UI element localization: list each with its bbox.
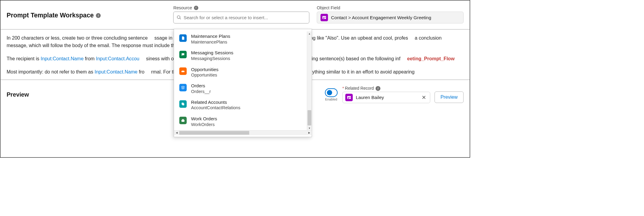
svg-rect-2 — [325, 17, 326, 17]
dropdown-item[interactable]: Messaging SessionsMessagingSessions — [174, 48, 312, 64]
toggle-label: Enabled — [325, 98, 337, 101]
enabled-toggle[interactable] — [325, 88, 337, 97]
crown-icon — [179, 67, 187, 75]
object-field-label: Object Field — [317, 5, 463, 10]
svg-rect-8 — [182, 38, 184, 38]
scroll-left-icon[interactable]: ◀ — [174, 131, 179, 134]
dropdown-item-label: Messaging Sessions — [191, 50, 233, 56]
page-title: Prompt Template Workspace — [7, 12, 94, 19]
case-icon — [179, 117, 187, 124]
resource-search[interactable] — [173, 12, 310, 23]
dropdown-item-api: Opportunities — [191, 72, 218, 78]
preview-heading: Preview — [7, 91, 29, 98]
scroll-thumb[interactable] — [179, 131, 249, 134]
chat-icon — [179, 51, 187, 58]
merge-field-flow[interactable]: eeting_Prompt_Flow — [407, 56, 455, 61]
merge-field[interactable]: Input:Contact.Accou — [96, 56, 139, 61]
doc-icon — [179, 34, 187, 42]
dropdown-item-api: MaintenancePlans — [191, 39, 230, 45]
dropdown-item-label: Maintenance Plans — [191, 34, 230, 39]
svg-point-5 — [348, 97, 349, 98]
dropdown-item-label: Work Orders — [191, 116, 217, 122]
related-record-label: *Related Record i — [342, 86, 430, 91]
svg-rect-12 — [182, 120, 185, 122]
dropdown-item-label: Orders — [191, 83, 211, 88]
svg-rect-9 — [182, 38, 184, 39]
resource-label: Resource i — [173, 5, 310, 10]
dropdown-item-api: WorkOrders — [191, 122, 217, 127]
preview-button[interactable]: Preview — [435, 92, 464, 103]
dropdown-item[interactable]: Work OrdersWorkOrders — [174, 114, 312, 130]
merge-field[interactable]: Input:Contact.Name — [41, 56, 84, 61]
resource-dropdown[interactable]: Maintenance PlansMaintenancePlansMessagi… — [174, 29, 312, 137]
scrollbar-vertical[interactable]: ▲ ▼ — [307, 31, 312, 130]
dropdown-item[interactable]: OpportunitiesOpportunities — [174, 64, 312, 81]
scrollbar-horizontal[interactable]: ◀ ▶ — [174, 130, 312, 135]
info-icon[interactable]: i — [376, 86, 380, 91]
info-icon[interactable]: i — [194, 6, 198, 10]
dropdown-item-api: MessagingSessions — [191, 56, 233, 61]
dropdown-item[interactable]: OrdersOrders__r — [174, 81, 312, 97]
copy-icon — [179, 100, 187, 108]
dropdown-item-label: Related Accounts — [191, 99, 240, 105]
clear-icon[interactable]: ✕ — [420, 94, 427, 100]
dropdown-item-label: Opportunities — [191, 67, 218, 72]
contact-icon — [321, 14, 328, 21]
related-record-pill[interactable]: Lauren Bailey ✕ — [342, 92, 430, 103]
svg-point-1 — [323, 17, 324, 18]
svg-rect-11 — [182, 104, 185, 106]
dropdown-item-api: AccountContactRelations — [191, 105, 240, 111]
dropdown-item-api: Orders__r — [191, 89, 211, 94]
resource-search-input[interactable] — [184, 15, 306, 20]
svg-rect-13 — [182, 119, 184, 120]
stack-icon — [179, 84, 187, 91]
dropdown-item[interactable]: Related AccountsAccountContactRelations — [174, 97, 312, 114]
scroll-thumb[interactable] — [307, 110, 311, 125]
dropdown-item[interactable]: Maintenance PlansMaintenancePlans — [174, 31, 312, 48]
svg-rect-6 — [349, 97, 350, 97]
object-field-value[interactable]: Contact > Account Engagement Weekly Gree… — [317, 12, 463, 23]
merge-field[interactable]: Input:Contact.Name — [95, 69, 138, 74]
contact-icon — [345, 94, 353, 101]
scroll-right-icon[interactable]: ▶ — [307, 131, 312, 134]
svg-rect-3 — [325, 18, 326, 18]
info-icon[interactable]: i — [96, 13, 101, 18]
search-icon — [177, 15, 182, 20]
svg-rect-7 — [349, 98, 350, 98]
scroll-down-icon[interactable]: ▼ — [307, 126, 312, 130]
scroll-up-icon[interactable]: ▲ — [307, 31, 312, 36]
